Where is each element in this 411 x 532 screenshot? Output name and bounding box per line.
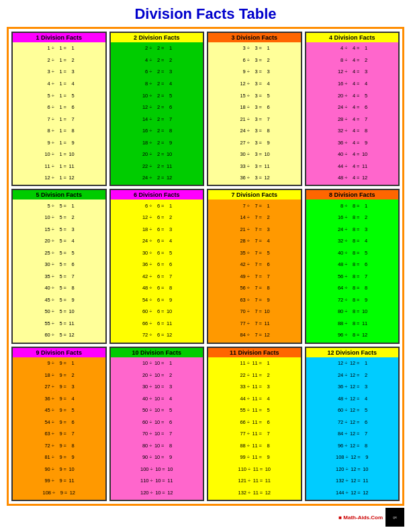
divisor: 7 <box>251 251 258 257</box>
divisor: 9 <box>56 443 62 449</box>
dividend: 48 <box>336 175 343 181</box>
div-op: ÷ <box>51 117 55 123</box>
div-op: ÷ <box>148 238 152 245</box>
divisor: 3 <box>251 164 258 170</box>
quotient: 3 <box>263 69 270 75</box>
eq-op: = <box>63 58 67 64</box>
eq-op: = <box>356 93 360 99</box>
div-op: ÷ <box>344 58 348 64</box>
eq-op: = <box>356 443 360 449</box>
dividend: 50 <box>44 309 50 315</box>
div-op: ÷ <box>344 431 348 437</box>
dividend: 12 <box>239 81 246 87</box>
div-op: ÷ <box>51 408 55 414</box>
quotient: 5 <box>68 251 75 257</box>
divisor: 11 <box>251 420 258 426</box>
fact-row: 9÷1=9 <box>14 140 104 146</box>
div-op: ÷ <box>246 443 250 449</box>
quotient: 12 <box>68 332 75 339</box>
grid-row-2: 5 Division Facts5÷5=110÷5=215÷5=320÷5=42… <box>11 189 400 343</box>
fact-row: 55÷11=5 <box>210 408 300 414</box>
eq-op: = <box>259 58 263 64</box>
div-op: ÷ <box>344 81 348 87</box>
quotient: 11 <box>263 321 270 327</box>
fact-row: 22÷2=11 <box>112 164 202 170</box>
fact-row: 9÷3=3 <box>210 69 300 75</box>
eq-op: = <box>356 238 360 245</box>
quotient: 6 <box>165 420 172 426</box>
quotient: 4 <box>263 396 270 402</box>
dividend: 36 <box>141 262 148 268</box>
eq-op: = <box>63 431 67 437</box>
fact-row: 20÷2=10 <box>112 152 202 158</box>
dividend: 36 <box>336 140 343 146</box>
divisor: 12 <box>350 467 357 473</box>
fact-row: 1÷1=1 <box>14 46 104 52</box>
div-op: ÷ <box>51 164 55 170</box>
fact-row: 63÷9=7 <box>14 431 104 437</box>
div-op: ÷ <box>344 298 348 304</box>
divisor: 1 <box>56 46 62 52</box>
quotient: 7 <box>68 274 75 280</box>
div-op: ÷ <box>246 298 250 304</box>
section-12: 12 Division Facts12÷12=124÷12=236÷12=348… <box>305 347 400 501</box>
fact-row: 54÷9=6 <box>14 420 104 426</box>
eq-op: = <box>356 285 360 292</box>
fact-row: 36÷6=6 <box>112 262 202 268</box>
eq-op: = <box>63 251 67 257</box>
eq-op: = <box>161 69 165 75</box>
eq-op: = <box>162 478 166 484</box>
divisor: 4 <box>349 128 355 134</box>
fact-row: 121÷11=11 <box>210 478 300 484</box>
fact-row: 32÷8=4 <box>308 238 398 245</box>
div-op: ÷ <box>148 420 152 426</box>
quotient: 2 <box>165 215 172 221</box>
dividend: 6 <box>141 69 148 75</box>
quotient: 6 <box>361 262 367 268</box>
quotient: 10 <box>362 467 369 473</box>
div-op: ÷ <box>344 274 348 280</box>
eq-op: = <box>356 46 360 52</box>
div-op: ÷ <box>246 215 250 221</box>
quotient: 7 <box>361 117 367 123</box>
eq-op: = <box>161 262 165 268</box>
dividend: 144 <box>336 490 345 496</box>
section-6: 6 Division Facts6÷6=112÷6=218÷6=324÷6=43… <box>109 189 205 343</box>
div-op: ÷ <box>246 152 250 158</box>
fact-row: 30÷10=3 <box>112 384 202 390</box>
quotient: 9 <box>165 298 172 304</box>
divisor: 9 <box>56 478 62 484</box>
eq-op: = <box>357 455 361 461</box>
fact-row: 8÷2=4 <box>112 81 202 87</box>
fact-row: 20÷10=2 <box>112 373 202 379</box>
dividend: 30 <box>239 152 246 158</box>
eq-op: = <box>356 309 360 315</box>
fact-row: 14÷7=2 <box>210 215 300 221</box>
eq-op: = <box>63 298 67 304</box>
divisor: 4 <box>349 175 355 181</box>
fact-row: 72÷12=6 <box>308 420 398 426</box>
divisor: 8 <box>349 321 355 327</box>
divisor: 6 <box>153 238 160 245</box>
eq-op: = <box>63 420 67 426</box>
dividend: 36 <box>239 175 246 181</box>
eq-op: = <box>357 490 361 496</box>
divisor: 9 <box>56 361 62 367</box>
dividend: 30 <box>141 251 148 257</box>
div-op: ÷ <box>344 215 348 221</box>
section-2: 2 Division Facts2÷2=14÷2=26÷2=38÷2=410÷2… <box>109 32 205 186</box>
fact-row: 36÷3=12 <box>210 175 300 181</box>
divisor: 1 <box>56 117 62 123</box>
div-op: ÷ <box>148 140 152 146</box>
quotient: 5 <box>263 93 270 99</box>
eq-op: = <box>259 490 263 496</box>
divisor: 6 <box>153 298 160 304</box>
dividend: 110 <box>238 467 246 473</box>
divisor: 9 <box>56 431 62 437</box>
eq-op: = <box>356 251 360 257</box>
divisor: 4 <box>349 164 355 170</box>
div-op: ÷ <box>246 204 250 210</box>
div-op: ÷ <box>148 69 152 75</box>
dividend: 60 <box>44 332 50 339</box>
divisor: 1 <box>56 128 62 134</box>
